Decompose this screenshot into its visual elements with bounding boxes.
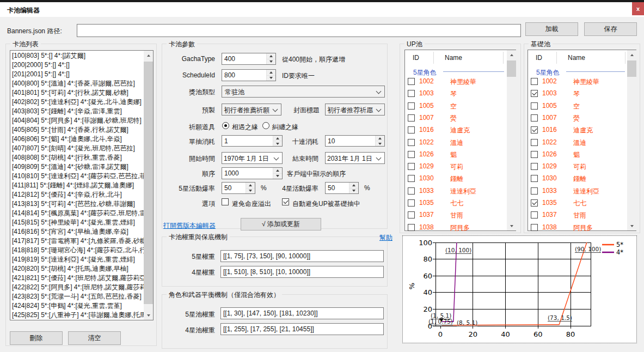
row-checkbox[interactable] bbox=[408, 114, 415, 122]
row-checkbox[interactable] bbox=[531, 78, 538, 85]
rate5-input[interactable]: 50 bbox=[222, 182, 255, 194]
list-item[interactable]: [404|804] 5*:[阿貝多] 4*:[菲謝爾,砂糖,班尼特] bbox=[10, 116, 144, 125]
scroll-thumb[interactable] bbox=[507, 60, 516, 77]
add-update-button[interactable]: √ 添加或更新 bbox=[241, 218, 321, 230]
base-pool-table[interactable]: ID Name 5星角色 1002神里綾華1003琴1005空1007熒1016… bbox=[528, 50, 636, 231]
col-header-name[interactable]: Name bbox=[568, 54, 585, 62]
list-item[interactable]: [423|823] 5*:[荒瀧一斗] 4*:[五郎,芭芭拉,香菱] bbox=[10, 292, 144, 301]
row-checkbox[interactable] bbox=[531, 126, 538, 133]
list-item[interactable]: [420|820] 5*:[胡桃] 4*:[托馬,迪奧娜,早柚] bbox=[10, 264, 144, 274]
row-checkbox[interactable] bbox=[531, 199, 538, 207]
row-checkbox[interactable] bbox=[408, 175, 415, 182]
ten-cost-input[interactable]: 10 bbox=[325, 135, 385, 147]
row-checkbox[interactable] bbox=[408, 187, 415, 195]
list-item[interactable]: [415|815] 5*:[神里綾華] 4*:[凝光,重雲,煙緋] bbox=[10, 218, 144, 227]
row-checkbox[interactable] bbox=[531, 102, 538, 110]
list-item[interactable]: [403|803] 5*:[鍾離] 4*:[辛焱,雷澤,重雲] bbox=[10, 107, 144, 116]
list-item[interactable]: [418|818] 5*:[珊瑚宮心海] 4*:[蘿莎莉亞,北斗,行秋] bbox=[10, 246, 144, 255]
list-item[interactable]: [402|802] 5*:[達達利亞] 4*:[凝光,北斗,迪奧娜] bbox=[10, 98, 144, 107]
base-pool-scrollbar[interactable] bbox=[627, 50, 636, 230]
preset-combo[interactable]: 初行者推薦祈願 bbox=[222, 104, 281, 116]
open-old-editor-link[interactable]: 打開舊版本編輯器 bbox=[163, 221, 216, 230]
order-spinner[interactable] bbox=[273, 168, 282, 179]
pool-listbox[interactable]: [100|803] 5*:[] 4*:[諾艾爾][200|2000] 5*:[]… bbox=[10, 50, 154, 320]
scroll-thumb[interactable] bbox=[144, 62, 153, 304]
row-checkbox[interactable] bbox=[408, 102, 415, 110]
scroll-down-icon[interactable] bbox=[144, 311, 153, 320]
row-checkbox[interactable] bbox=[408, 139, 415, 146]
list-item[interactable]: [414|814] 5*:[楓原萬葉] 4*:[蘿莎莉亞,班尼特,雷澤] bbox=[10, 209, 144, 218]
list-item[interactable]: [406|806] 5*:[魈] 4*:[迪奧娜,北斗,辛焱] bbox=[10, 135, 144, 144]
avoid-up-in-base-checkbox[interactable] bbox=[282, 198, 289, 205]
path-input[interactable] bbox=[77, 24, 521, 37]
list-item[interactable]: [201|2001] 5*:[] 4*:[] bbox=[10, 70, 144, 79]
pool-type-combo[interactable]: 常驻池 bbox=[222, 86, 385, 98]
row-checkbox[interactable] bbox=[408, 211, 415, 219]
list-item[interactable]: [421|821] 5*:[優菈] 4*:[班尼特,諾艾爾,蘿莎莉亞] bbox=[10, 274, 144, 283]
end-time-picker[interactable]: 2031年 1月 1日 bbox=[325, 152, 385, 164]
w5-input[interactable]: [[1, 75], [73, 150], [90, 10000]] bbox=[220, 250, 384, 262]
list-item[interactable]: [407|807] 5*:[刻晴] 4*:[凝光,班尼特,芭芭拉] bbox=[10, 144, 144, 153]
col-header-id[interactable]: ID bbox=[413, 54, 419, 62]
save-button[interactable]: 保存 bbox=[584, 22, 637, 36]
close-button[interactable]: x bbox=[632, 2, 644, 15]
list-item[interactable]: [408|808] 5*:[胡桃] 4*:[行秋,重雲,香菱] bbox=[10, 153, 144, 162]
help-link[interactable]: 幫助 bbox=[379, 233, 392, 242]
list-item[interactable]: [425|825] 5*:[八重神子] 4*:[菲謝爾,迪奧娜,托馬] bbox=[10, 311, 144, 319]
list-item[interactable]: [411|811] 5*:[鍾離] 4*:[煙緋,諾艾爾,迪奧娜] bbox=[10, 181, 144, 190]
list-item[interactable]: [419|819] 5*:[達達利亞] 4*:[凝光,重雲,煙緋] bbox=[10, 255, 144, 264]
list-item[interactable]: [412|812] 5*:[優菈] 4*:[辛焱,行秋,北斗] bbox=[10, 190, 144, 199]
scroll-up-icon[interactable] bbox=[144, 51, 153, 60]
row-checkbox[interactable] bbox=[408, 163, 415, 170]
radio-acquaint-fate[interactable] bbox=[222, 122, 229, 129]
row-checkbox[interactable] bbox=[531, 211, 538, 219]
row-checkbox[interactable] bbox=[531, 114, 538, 122]
list-item[interactable]: [416|816] 5*:[宵宮] 4*:[早柚,迪奧娜,辛焱] bbox=[10, 227, 144, 236]
row-checkbox[interactable] bbox=[531, 175, 538, 182]
list-item[interactable]: [405|805] 5*:[甘雨] 4*:[香菱,行秋,諾艾爾] bbox=[10, 125, 144, 135]
up-pool-table[interactable]: ID Name 5星角色 1002神里綾華1003琴1005空1007熒1016… bbox=[404, 50, 516, 231]
list-item[interactable]: [413|813] 5*:[可莉] 4*:[芭芭拉,砂糖,菲謝爾] bbox=[10, 199, 144, 209]
bw4-input[interactable]: [[1, 255], [17, 255], [21, 10455]] bbox=[220, 323, 384, 335]
row-checkbox[interactable] bbox=[531, 151, 538, 158]
list-item[interactable]: [400|800] 5*:[溫迪] 4*:[香菱,菲謝爾,芭芭拉] bbox=[10, 79, 144, 88]
start-time-picker[interactable]: 1970年 1月 1日 bbox=[222, 152, 283, 164]
scroll-down-icon[interactable] bbox=[507, 221, 516, 230]
row-checkbox[interactable] bbox=[408, 224, 415, 231]
list-item[interactable]: [410|810] 5*:[達達利亞] 4*:[蘿莎莉亞,芭芭拉,菲謝爾] bbox=[10, 172, 144, 181]
bw5-input[interactable]: [[1, 30], [147, 150], [181, 10230]] bbox=[220, 307, 384, 319]
col-header-id[interactable]: ID bbox=[536, 54, 542, 62]
rate5-spinner[interactable] bbox=[246, 183, 255, 193]
single-cost-input[interactable]: 1 bbox=[222, 135, 283, 147]
list-item[interactable]: [409|809] 5*:[溫迪] 4*:[砂糖,雷澤,諾艾爾] bbox=[10, 162, 144, 172]
list-item[interactable]: [401|801] 5*:[可莉] 4*:[行秋,諾艾爾,砂糖] bbox=[10, 88, 144, 98]
row-checkbox[interactable] bbox=[531, 224, 538, 231]
order-input[interactable]: 1000 bbox=[222, 167, 283, 179]
scroll-up-icon[interactable] bbox=[627, 50, 636, 59]
row-checkbox[interactable] bbox=[531, 187, 538, 195]
clear-button[interactable]: 清空 bbox=[68, 331, 121, 345]
up-pool-scrollbar[interactable] bbox=[507, 50, 516, 230]
row-checkbox[interactable] bbox=[408, 199, 415, 207]
scroll-down-icon[interactable] bbox=[627, 221, 636, 230]
row-checkbox[interactable] bbox=[408, 78, 415, 85]
schedule-id-input[interactable]: 800 bbox=[222, 69, 276, 81]
delete-button[interactable]: 刪除 bbox=[10, 331, 63, 345]
gacha-type-input[interactable]: 400 bbox=[222, 53, 276, 65]
pool-list-scrollbar[interactable] bbox=[144, 51, 153, 320]
radio-intertwined-fate[interactable] bbox=[262, 122, 269, 129]
row-checkbox[interactable] bbox=[408, 126, 415, 133]
row-checkbox[interactable] bbox=[408, 151, 415, 158]
row-checkbox[interactable] bbox=[531, 139, 538, 146]
ten-cost-spinner[interactable] bbox=[375, 136, 384, 146]
row-checkbox[interactable] bbox=[408, 90, 415, 97]
rate4-spinner[interactable] bbox=[349, 183, 358, 193]
load-button[interactable]: 加載 bbox=[525, 22, 578, 36]
scroll-thumb[interactable] bbox=[627, 60, 636, 77]
list-item[interactable]: [100|803] 5*:[] 4*:[諾艾爾] bbox=[10, 51, 144, 60]
list-item[interactable]: [424|824] 5*:[申鶴] 4*:[凝光,重雲,雲堇] bbox=[10, 301, 144, 311]
list-item[interactable]: [417|817] 5*:[雷電將軍] 4*:[九條裟羅,香菱,砂糖] bbox=[10, 236, 144, 246]
schedule-id-spinner[interactable] bbox=[266, 70, 275, 81]
w4-input[interactable]: [[1, 510], [8, 510], [10, 10000]] bbox=[220, 266, 384, 278]
row-checkbox[interactable] bbox=[531, 163, 538, 170]
